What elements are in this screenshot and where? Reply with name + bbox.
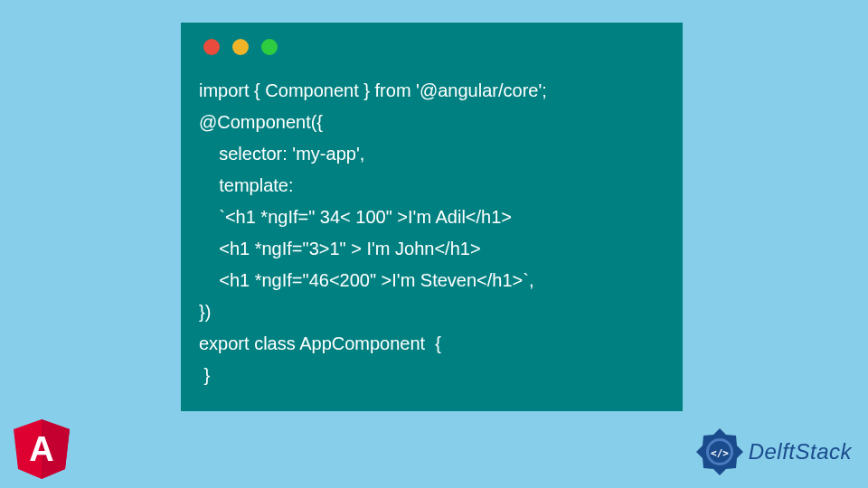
code-line: <h1 *ngIf="3>1" > I'm John</h1> (199, 239, 481, 258)
code-block: import { Component } from '@angular/core… (199, 75, 665, 391)
code-line: <h1 *ngIf="46<200" >I'm Steven</h1>`, (199, 270, 534, 290)
code-line: template: (199, 175, 294, 195)
code-line: } (199, 365, 210, 385)
angular-logo-icon: A (14, 419, 70, 483)
code-line: `<h1 *ngIf=" 34< 100" >I'm Adil</h1> (199, 207, 512, 227)
svg-text:A: A (29, 430, 53, 468)
code-line: @Component({ (199, 112, 323, 132)
minimize-dot (232, 39, 249, 55)
svg-text:</>: </> (711, 447, 729, 459)
code-line: selector: 'my-app', (199, 144, 364, 164)
delftstack-logo: </> DelftStack (694, 427, 852, 477)
window-controls (203, 39, 665, 55)
delftstack-badge-icon: </> (694, 427, 745, 477)
delftstack-label: DelftStack (749, 439, 852, 465)
maximize-dot (261, 39, 278, 55)
code-line: export class AppComponent { (199, 333, 441, 353)
code-line: import { Component } from '@angular/core… (199, 80, 547, 100)
code-line: }) (199, 302, 211, 322)
code-window: import { Component } from '@angular/core… (181, 23, 683, 411)
close-dot (203, 39, 220, 55)
